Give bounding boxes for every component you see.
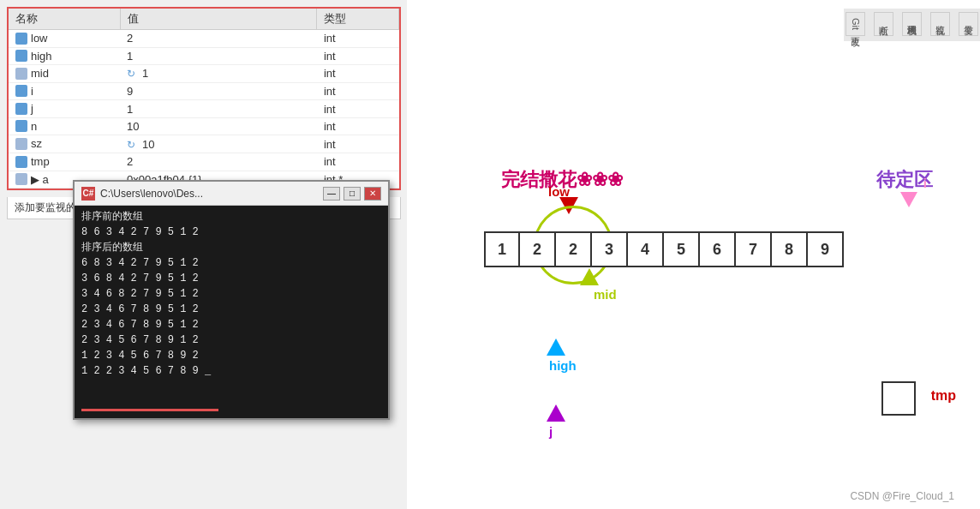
array-cell: 7 xyxy=(736,231,772,267)
var-value: ↻10 xyxy=(120,135,317,153)
console-line: 1 2 2 3 4 5 6 7 8 9 _ xyxy=(81,363,381,379)
var-name: sz xyxy=(9,135,120,153)
var-icon xyxy=(15,85,27,97)
array-cell: 1 xyxy=(484,231,520,267)
table-row: low2int xyxy=(9,30,399,48)
sidebar-tab[interactable]: 监视 xyxy=(930,12,950,36)
j-arrow xyxy=(547,404,565,422)
sidebar-tab[interactable]: 断点 xyxy=(874,12,893,36)
console-line: 1 2 3 4 5 6 7 8 9 2 xyxy=(81,348,381,363)
refresh-icon: ↻ xyxy=(127,139,139,151)
console-line: 6 8 3 4 2 7 9 5 1 2 xyxy=(81,255,381,271)
var-name: tmp xyxy=(9,153,120,171)
high-arrow xyxy=(547,338,565,356)
array-cell: 6 xyxy=(700,231,736,267)
mid-label: mid xyxy=(594,287,617,302)
variables-table: 名称 值 类型 low2inthigh1intmid↻1inti9intj1in… xyxy=(7,7,401,190)
var-type: int xyxy=(317,100,399,118)
var-name: n xyxy=(9,117,120,135)
high-label: high xyxy=(549,358,577,373)
j-label: j xyxy=(549,424,553,439)
array-cell: 4 xyxy=(628,231,664,267)
table-row: tmp2int xyxy=(9,153,399,171)
sidebar-tab[interactable]: Git更改 xyxy=(846,12,865,36)
var-icon xyxy=(15,50,27,62)
tmp-label: tmp xyxy=(931,388,956,404)
close-button[interactable]: ✕ xyxy=(364,187,381,201)
var-type: int xyxy=(317,30,399,48)
console-line: 8 6 3 4 2 7 9 5 1 2 xyxy=(81,225,381,240)
sidebar-tab[interactable]: 调用堆栈 xyxy=(902,12,922,36)
table-row: j1int xyxy=(9,100,399,118)
var-value: 9 xyxy=(120,82,317,100)
console-underline xyxy=(81,409,218,411)
var-icon xyxy=(15,120,27,132)
var-type: int xyxy=(317,65,399,83)
var-icon xyxy=(15,103,27,115)
sidebar-tab[interactable]: 变量 xyxy=(959,12,978,36)
var-icon xyxy=(15,33,27,45)
var-icon xyxy=(15,68,27,80)
console-window: C# C:\Users\lenovo\Des... — □ ✕ 排序前的数组8 … xyxy=(73,180,390,420)
table-row: mid↻1int xyxy=(9,65,399,83)
watermark: CSDN @Fire_Cloud_1 xyxy=(850,490,954,502)
var-name: mid xyxy=(9,65,120,83)
minimize-button[interactable]: — xyxy=(323,187,340,201)
table-row: high1int xyxy=(9,47,399,65)
console-title: C:\Users\lenovo\Des... xyxy=(100,188,323,200)
mid-arrow xyxy=(580,268,599,285)
col-value: 值 xyxy=(120,9,317,30)
var-name: high xyxy=(9,47,120,65)
var-value: 1 xyxy=(120,100,317,118)
var-value: 2 xyxy=(120,153,317,171)
array-display: 1223456789 xyxy=(484,231,844,267)
var-icon xyxy=(15,173,27,185)
array-cell: 3 xyxy=(592,231,628,267)
i-arrow xyxy=(900,192,917,207)
table-row: sz↻10int xyxy=(9,135,399,153)
left-panel: 名称 值 类型 low2inthigh1intmid↻1inti9intj1in… xyxy=(0,0,407,509)
restore-button[interactable]: □ xyxy=(344,187,361,201)
table-row: i9int xyxy=(9,82,399,100)
var-value: ↻1 xyxy=(120,65,317,83)
var-type: int xyxy=(317,117,399,135)
col-name: 名称 xyxy=(9,9,120,30)
i-label: i xyxy=(923,176,927,190)
var-value: 1 xyxy=(120,47,317,65)
tmp-box xyxy=(881,381,916,416)
var-type: int xyxy=(317,135,399,153)
var-type: int xyxy=(317,153,399,171)
console-line: 2 3 4 5 6 7 8 9 1 2 xyxy=(81,332,381,348)
var-type: int xyxy=(317,82,399,100)
table-row: n10int xyxy=(9,117,399,135)
var-name: j xyxy=(9,100,120,118)
col-type: 类型 xyxy=(317,9,399,30)
var-value: 10 xyxy=(120,117,317,135)
console-line: 排序后的数组 xyxy=(81,240,381,255)
side-tabs: 变量监视调用堆栈断点Git更改 xyxy=(844,9,980,41)
console-icon: C# xyxy=(81,187,95,201)
array-cell: 9 xyxy=(808,231,844,267)
low-arrow xyxy=(559,197,578,214)
console-content: 排序前的数组8 6 3 4 2 7 9 5 1 2排序后的数组6 8 3 4 2… xyxy=(75,206,388,418)
array-cell: 8 xyxy=(772,231,808,267)
console-titlebar: C# C:\Users\lenovo\Des... — □ ✕ xyxy=(75,182,388,206)
var-name: low xyxy=(9,30,120,48)
array-cell: 5 xyxy=(664,231,700,267)
var-name: i xyxy=(9,82,120,100)
console-line: 2 3 4 6 7 8 9 5 1 2 xyxy=(81,302,381,317)
var-type: int xyxy=(317,47,399,65)
console-line: 3 4 6 8 2 7 9 5 1 2 xyxy=(81,286,381,302)
refresh-icon: ↻ xyxy=(127,68,139,80)
array-cell: 2 xyxy=(520,231,556,267)
var-value: 2 xyxy=(120,30,317,48)
array-cell: 2 xyxy=(556,231,592,267)
right-panel: 完结撒花❀❀❀ 待定区 low 1223456789 mid high j i … xyxy=(407,0,980,509)
var-icon xyxy=(15,156,27,168)
console-buttons: — □ ✕ xyxy=(323,187,381,201)
console-line: 2 3 4 6 7 8 9 5 1 2 xyxy=(81,317,381,332)
var-icon xyxy=(15,138,27,150)
console-line: 排序前的数组 xyxy=(81,209,381,225)
console-line: 3 6 8 4 2 7 9 5 1 2 xyxy=(81,271,381,286)
